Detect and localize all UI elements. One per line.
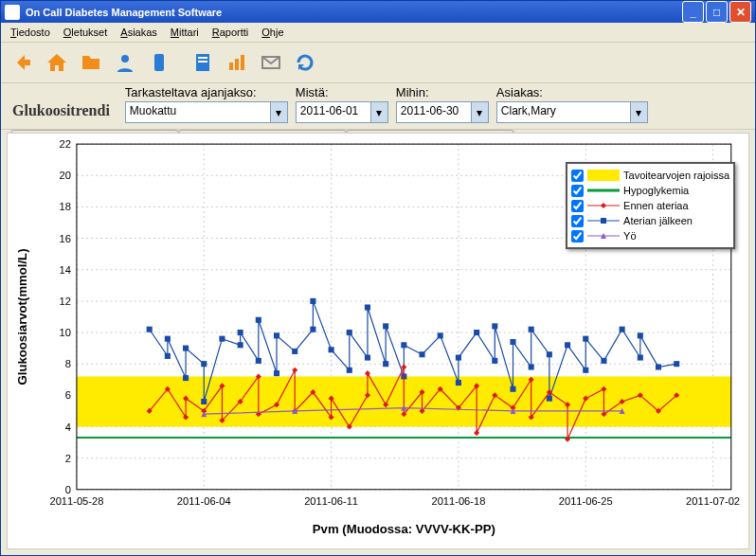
svg-text:12: 12 xyxy=(59,296,70,307)
chevron-down-icon[interactable]: ▾ xyxy=(270,102,287,122)
menu-oletukset[interactable]: Oletukset xyxy=(58,25,113,40)
svg-rect-77 xyxy=(456,355,461,361)
svg-rect-91 xyxy=(620,327,625,332)
svg-text:6: 6 xyxy=(65,390,71,402)
minimize-button[interactable]: _ xyxy=(682,1,704,23)
svg-rect-59 xyxy=(256,317,261,323)
legend-night-label: Yö xyxy=(623,230,636,242)
svg-text:18: 18 xyxy=(59,202,70,213)
svg-rect-74 xyxy=(420,352,425,358)
chevron-down-icon[interactable]: ▾ xyxy=(471,102,488,122)
menu-ohje[interactable]: Ohje xyxy=(256,25,289,40)
legend-before-label: Ennen ateriaa xyxy=(623,200,689,211)
svg-rect-84 xyxy=(529,327,534,332)
chart-area: 02468101214161820222011-05-282011-06-042… xyxy=(7,133,749,549)
svg-text:2011-06-25: 2011-06-25 xyxy=(559,495,613,507)
svg-rect-58 xyxy=(256,358,261,364)
legend-hypo-chk[interactable] xyxy=(571,185,584,197)
svg-rect-60 xyxy=(274,371,279,377)
client-select[interactable]: Clark,Mary▾ xyxy=(496,101,648,123)
close-button[interactable]: ✕ xyxy=(729,1,751,23)
device-icon[interactable] xyxy=(143,46,175,79)
menu-tiedosto[interactable]: Tiedosto xyxy=(5,25,56,40)
svg-rect-73 xyxy=(401,343,406,349)
svg-rect-88 xyxy=(583,368,588,373)
svg-rect-68 xyxy=(365,355,370,361)
svg-rect-85 xyxy=(547,352,552,358)
svg-rect-101 xyxy=(601,218,606,224)
window-title: On Call Diabetes Management Software xyxy=(26,7,680,18)
mail-icon[interactable] xyxy=(255,46,287,79)
to-date[interactable]: 2011-06-30▾ xyxy=(396,101,489,123)
svg-text:Glukoosiarvot(mmol/L): Glukoosiarvot(mmol/L) xyxy=(15,249,29,386)
svg-rect-81 xyxy=(510,386,515,392)
menu-mittari[interactable]: Mittari xyxy=(165,25,205,40)
svg-text:2: 2 xyxy=(65,453,71,464)
svg-rect-56 xyxy=(238,343,243,349)
svg-rect-69 xyxy=(365,305,370,311)
svg-rect-86 xyxy=(547,396,552,402)
svg-rect-80 xyxy=(492,324,497,330)
svg-rect-90 xyxy=(601,358,606,364)
legend-after-chk[interactable] xyxy=(571,215,584,227)
legend-night-chk[interactable] xyxy=(571,230,584,242)
svg-rect-50 xyxy=(165,336,171,342)
document-icon[interactable] xyxy=(187,46,219,79)
svg-rect-64 xyxy=(310,298,315,304)
svg-rect-92 xyxy=(638,355,643,361)
svg-rect-7 xyxy=(241,55,244,70)
svg-text:2011-06-04: 2011-06-04 xyxy=(177,495,231,507)
toolbar xyxy=(1,43,755,83)
refresh-icon[interactable] xyxy=(289,46,321,79)
svg-rect-6 xyxy=(235,59,239,70)
menubar: Tiedosto Oletukset Asiakas Mittari Rapor… xyxy=(1,23,755,43)
menu-asiakas[interactable]: Asiakas xyxy=(115,25,163,40)
folder-icon[interactable] xyxy=(75,46,107,79)
svg-text:Pvm (Muodossa: VVVV-KK-PP): Pvm (Muodossa: VVVV-KK-PP) xyxy=(313,523,495,537)
svg-rect-57 xyxy=(238,330,243,335)
svg-text:20: 20 xyxy=(59,170,70,182)
svg-rect-4 xyxy=(198,61,207,63)
svg-rect-87 xyxy=(565,343,570,349)
from-label: Mistä: xyxy=(296,85,388,99)
svg-rect-1 xyxy=(154,54,164,71)
period-label: Tarkasteltava ajanjakso: xyxy=(125,85,288,99)
legend-after-label: Aterian jälkeen xyxy=(623,215,693,226)
svg-rect-48 xyxy=(147,327,153,332)
client-label: Asiakas: xyxy=(496,85,648,99)
legend: Tavoitearvojen rajoissa Hypoglykemia Enn… xyxy=(566,162,735,249)
svg-rect-55 xyxy=(219,336,225,342)
svg-rect-75 xyxy=(438,333,443,339)
svg-rect-67 xyxy=(347,330,352,335)
maximize-button[interactable]: □ xyxy=(706,1,728,23)
svg-text:2011-06-18: 2011-06-18 xyxy=(431,495,485,507)
svg-rect-78 xyxy=(474,330,479,335)
chart-icon[interactable] xyxy=(221,46,253,79)
svg-text:22: 22 xyxy=(59,139,70,151)
svg-rect-95 xyxy=(674,362,679,368)
svg-rect-66 xyxy=(347,368,352,373)
svg-rect-76 xyxy=(456,380,461,386)
chevron-down-icon[interactable]: ▾ xyxy=(630,102,647,122)
svg-text:0: 0 xyxy=(65,484,71,495)
back-icon[interactable] xyxy=(7,46,39,79)
svg-rect-65 xyxy=(329,348,334,353)
chevron-down-icon[interactable]: ▾ xyxy=(370,102,387,122)
svg-rect-89 xyxy=(583,336,588,342)
svg-rect-52 xyxy=(183,346,189,351)
home-icon[interactable] xyxy=(41,46,73,79)
legend-target-chk[interactable] xyxy=(571,170,584,182)
legend-before-chk[interactable] xyxy=(571,200,584,212)
person-icon[interactable] xyxy=(109,46,141,79)
svg-rect-71 xyxy=(383,324,388,330)
svg-rect-70 xyxy=(383,362,388,368)
from-date[interactable]: 2011-06-01▾ xyxy=(296,101,388,123)
app-icon xyxy=(5,5,20,20)
filter-bar: Glukoositrendi Tarkasteltava ajanjakso: … xyxy=(1,83,755,130)
svg-text:8: 8 xyxy=(65,359,71,370)
to-label: Mihin: xyxy=(396,85,489,99)
period-select[interactable]: Muokattu▾ xyxy=(125,101,288,123)
svg-text:14: 14 xyxy=(59,264,70,276)
svg-rect-3 xyxy=(198,57,207,59)
menu-raportti[interactable]: Raportti xyxy=(207,25,255,40)
